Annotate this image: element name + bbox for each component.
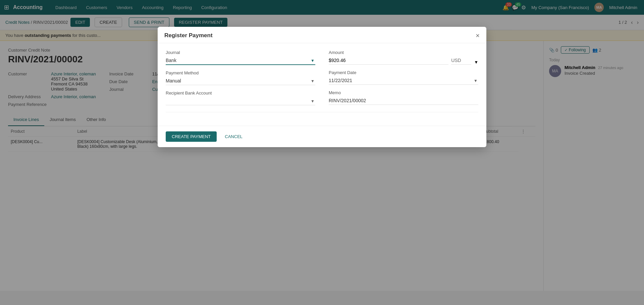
currency-input[interactable] <box>451 56 471 65</box>
right-form-col: Amount ▼ Payment Date ▼ <box>329 50 478 105</box>
amount-row: ▼ <box>329 56 478 65</box>
journal-form-row: Journal ▼ <box>166 50 315 65</box>
payment-date-form-label: Payment Date <box>329 70 478 75</box>
currency-dropdown-arrow: ▼ <box>474 60 478 65</box>
payment-date-form-row: Payment Date ▼ <box>329 70 478 85</box>
memo-form-label: Memo <box>329 90 478 95</box>
amount-form-label: Amount <box>329 50 478 55</box>
recipient-bank-select-wrap: ▼ <box>166 97 315 105</box>
payment-method-input[interactable] <box>166 77 315 85</box>
payment-method-form-label: Payment Method <box>166 70 315 75</box>
recipient-bank-form-row: Recipient Bank Account ▼ <box>166 90 315 105</box>
close-button[interactable]: × <box>476 32 480 39</box>
register-payment-modal: Register Payment × Journal ▼ Payment Met… <box>158 27 486 147</box>
payment-date-input[interactable] <box>329 76 478 85</box>
memo-input[interactable] <box>329 97 478 105</box>
modal-footer: CREATE PAYMENT CANCEL <box>158 126 486 147</box>
modal-body: Journal ▼ Payment Method ▼ <box>158 43 486 126</box>
modal-title: Register Payment <box>164 32 213 39</box>
journal-form-label: Journal <box>166 50 315 55</box>
cancel-button[interactable]: CANCEL <box>220 131 247 142</box>
left-form-col: Journal ▼ Payment Method ▼ <box>166 50 315 105</box>
amount-input[interactable] <box>329 56 448 65</box>
modal-divider <box>166 112 478 112</box>
modal-overlay: Register Payment × Journal ▼ Payment Met… <box>0 0 644 291</box>
journal-select-wrap: ▼ <box>166 56 315 65</box>
amount-form-row: Amount ▼ <box>329 50 478 65</box>
recipient-bank-form-label: Recipient Bank Account <box>166 90 315 96</box>
modal-header: Register Payment × <box>158 27 486 43</box>
create-payment-button[interactable]: CREATE PAYMENT <box>166 131 217 142</box>
journal-input[interactable] <box>166 56 315 65</box>
payment-method-form-row: Payment Method ▼ <box>166 70 315 85</box>
payment-method-select-wrap: ▼ <box>166 77 315 85</box>
recipient-bank-input[interactable] <box>166 97 315 105</box>
memo-form-row: Memo <box>329 90 478 105</box>
payment-form: Journal ▼ Payment Method ▼ <box>166 50 478 105</box>
payment-date-select-wrap: ▼ <box>329 76 478 85</box>
